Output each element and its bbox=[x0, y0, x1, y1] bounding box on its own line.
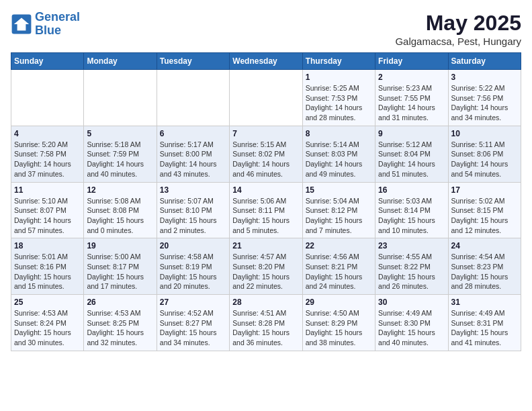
day-info: Sunrise: 5:14 AM Sunset: 8:03 PM Dayligh… bbox=[306, 140, 372, 179]
calendar-cell: 17Sunrise: 5:02 AM Sunset: 8:15 PM Dayli… bbox=[448, 182, 521, 238]
day-info: Sunrise: 4:54 AM Sunset: 8:23 PM Dayligh… bbox=[451, 252, 518, 291]
day-number: 22 bbox=[306, 241, 372, 250]
day-info: Sunrise: 4:53 AM Sunset: 8:24 PM Dayligh… bbox=[14, 308, 81, 348]
month-title: May 2025 bbox=[395, 11, 521, 36]
day-info: Sunrise: 4:56 AM Sunset: 8:21 PM Dayligh… bbox=[306, 252, 372, 291]
calendar-cell: 15Sunrise: 5:04 AM Sunset: 8:12 PM Dayli… bbox=[302, 182, 375, 238]
calendar-cell: 30Sunrise: 4:49 AM Sunset: 8:30 PM Dayli… bbox=[375, 295, 448, 351]
calendar-week-row: 25Sunrise: 4:53 AM Sunset: 8:24 PM Dayli… bbox=[11, 295, 521, 351]
calendar-cell: 13Sunrise: 5:07 AM Sunset: 8:10 PM Dayli… bbox=[157, 182, 229, 238]
calendar-week-row: 1Sunrise: 5:25 AM Sunset: 7:53 PM Daylig… bbox=[11, 70, 521, 126]
day-info: Sunrise: 5:02 AM Sunset: 8:15 PM Dayligh… bbox=[451, 196, 518, 236]
day-number: 26 bbox=[87, 298, 153, 307]
day-number: 6 bbox=[160, 129, 226, 138]
calendar-cell bbox=[11, 70, 84, 126]
calendar-cell: 1Sunrise: 5:25 AM Sunset: 7:53 PM Daylig… bbox=[302, 70, 375, 126]
day-info: Sunrise: 4:51 AM Sunset: 8:28 PM Dayligh… bbox=[232, 308, 299, 348]
calendar-cell: 26Sunrise: 4:53 AM Sunset: 8:25 PM Dayli… bbox=[84, 295, 157, 351]
day-info: Sunrise: 4:58 AM Sunset: 8:19 PM Dayligh… bbox=[160, 252, 226, 291]
day-info: Sunrise: 4:57 AM Sunset: 8:20 PM Dayligh… bbox=[232, 252, 299, 291]
calendar-cell: 29Sunrise: 4:50 AM Sunset: 8:29 PM Dayli… bbox=[302, 295, 375, 351]
day-number: 10 bbox=[451, 129, 518, 138]
day-number: 25 bbox=[14, 298, 81, 307]
calendar-week-row: 11Sunrise: 5:10 AM Sunset: 8:07 PM Dayli… bbox=[11, 182, 521, 238]
weekday-header-saturday: Saturday bbox=[448, 53, 521, 70]
calendar-cell: 18Sunrise: 5:01 AM Sunset: 8:16 PM Dayli… bbox=[11, 238, 84, 295]
day-info: Sunrise: 5:20 AM Sunset: 7:58 PM Dayligh… bbox=[14, 140, 81, 179]
day-number: 9 bbox=[378, 129, 445, 138]
day-number: 5 bbox=[87, 129, 153, 138]
logo-text: General Blue bbox=[35, 11, 80, 38]
day-info: Sunrise: 4:55 AM Sunset: 8:22 PM Dayligh… bbox=[378, 252, 445, 291]
day-number: 19 bbox=[87, 241, 153, 250]
logo-icon bbox=[11, 13, 32, 35]
calendar-cell bbox=[157, 70, 229, 126]
calendar-cell: 24Sunrise: 4:54 AM Sunset: 8:23 PM Dayli… bbox=[448, 238, 521, 295]
calendar-cell: 10Sunrise: 5:11 AM Sunset: 8:06 PM Dayli… bbox=[448, 126, 521, 182]
weekday-header-tuesday: Tuesday bbox=[157, 53, 229, 70]
day-number: 30 bbox=[378, 298, 445, 307]
day-number: 14 bbox=[232, 185, 299, 195]
calendar-cell: 31Sunrise: 4:49 AM Sunset: 8:31 PM Dayli… bbox=[448, 295, 521, 351]
day-number: 15 bbox=[306, 185, 372, 195]
weekday-header-friday: Friday bbox=[375, 53, 448, 70]
day-info: Sunrise: 4:50 AM Sunset: 8:29 PM Dayligh… bbox=[306, 308, 372, 348]
weekday-header-monday: Monday bbox=[84, 53, 157, 70]
day-number: 13 bbox=[160, 185, 226, 195]
calendar-cell bbox=[84, 70, 157, 126]
day-number: 28 bbox=[232, 298, 299, 307]
day-number: 16 bbox=[378, 185, 445, 195]
calendar-week-row: 4Sunrise: 5:20 AM Sunset: 7:58 PM Daylig… bbox=[11, 126, 521, 182]
day-number: 27 bbox=[160, 298, 226, 307]
day-info: Sunrise: 5:11 AM Sunset: 8:06 PM Dayligh… bbox=[451, 140, 518, 179]
calendar-cell: 3Sunrise: 5:22 AM Sunset: 7:56 PM Daylig… bbox=[448, 70, 521, 126]
day-info: Sunrise: 4:49 AM Sunset: 8:31 PM Dayligh… bbox=[451, 308, 518, 348]
day-info: Sunrise: 4:52 AM Sunset: 8:27 PM Dayligh… bbox=[160, 308, 226, 348]
calendar-cell: 27Sunrise: 4:52 AM Sunset: 8:27 PM Dayli… bbox=[157, 295, 229, 351]
calendar-cell: 25Sunrise: 4:53 AM Sunset: 8:24 PM Dayli… bbox=[11, 295, 84, 351]
day-info: Sunrise: 5:06 AM Sunset: 8:11 PM Dayligh… bbox=[232, 196, 299, 236]
calendar-cell bbox=[230, 70, 302, 126]
day-number: 1 bbox=[306, 73, 372, 82]
day-info: Sunrise: 5:07 AM Sunset: 8:10 PM Dayligh… bbox=[160, 196, 226, 236]
day-number: 24 bbox=[451, 241, 518, 250]
calendar-cell: 14Sunrise: 5:06 AM Sunset: 8:11 PM Dayli… bbox=[230, 182, 302, 238]
day-number: 3 bbox=[451, 73, 518, 82]
day-number: 7 bbox=[232, 129, 299, 138]
calendar-cell: 23Sunrise: 4:55 AM Sunset: 8:22 PM Dayli… bbox=[375, 238, 448, 295]
day-number: 20 bbox=[160, 241, 226, 250]
calendar-cell: 21Sunrise: 4:57 AM Sunset: 8:20 PM Dayli… bbox=[230, 238, 302, 295]
calendar-table: SundayMondayTuesdayWednesdayThursdayFrid… bbox=[11, 52, 521, 351]
day-number: 29 bbox=[306, 298, 372, 307]
day-number: 21 bbox=[232, 241, 299, 250]
calendar-cell: 11Sunrise: 5:10 AM Sunset: 8:07 PM Dayli… bbox=[11, 182, 84, 238]
day-number: 8 bbox=[306, 129, 372, 138]
day-info: Sunrise: 5:00 AM Sunset: 8:17 PM Dayligh… bbox=[87, 252, 153, 291]
day-number: 11 bbox=[14, 185, 81, 195]
calendar-cell: 8Sunrise: 5:14 AM Sunset: 8:03 PM Daylig… bbox=[302, 126, 375, 182]
calendar-cell: 6Sunrise: 5:17 AM Sunset: 8:00 PM Daylig… bbox=[157, 126, 229, 182]
day-number: 2 bbox=[378, 73, 445, 82]
calendar-cell: 9Sunrise: 5:12 AM Sunset: 8:04 PM Daylig… bbox=[375, 126, 448, 182]
day-info: Sunrise: 5:17 AM Sunset: 8:00 PM Dayligh… bbox=[160, 140, 226, 179]
calendar-cell: 5Sunrise: 5:18 AM Sunset: 7:59 PM Daylig… bbox=[84, 126, 157, 182]
calendar-cell: 28Sunrise: 4:51 AM Sunset: 8:28 PM Dayli… bbox=[230, 295, 302, 351]
calendar-cell: 4Sunrise: 5:20 AM Sunset: 7:58 PM Daylig… bbox=[11, 126, 84, 182]
calendar-week-row: 18Sunrise: 5:01 AM Sunset: 8:16 PM Dayli… bbox=[11, 238, 521, 295]
day-info: Sunrise: 5:18 AM Sunset: 7:59 PM Dayligh… bbox=[87, 140, 153, 179]
calendar-cell: 16Sunrise: 5:03 AM Sunset: 8:14 PM Dayli… bbox=[375, 182, 448, 238]
day-info: Sunrise: 5:25 AM Sunset: 7:53 PM Dayligh… bbox=[306, 83, 372, 123]
day-info: Sunrise: 4:49 AM Sunset: 8:30 PM Dayligh… bbox=[378, 308, 445, 348]
logo: General Blue bbox=[11, 11, 80, 38]
calendar-cell: 2Sunrise: 5:23 AM Sunset: 7:55 PM Daylig… bbox=[375, 70, 448, 126]
day-info: Sunrise: 5:10 AM Sunset: 8:07 PM Dayligh… bbox=[14, 196, 81, 236]
day-info: Sunrise: 5:03 AM Sunset: 8:14 PM Dayligh… bbox=[378, 196, 445, 236]
title-block: May 2025 Galgamacsa, Pest, Hungary bbox=[395, 11, 521, 47]
day-number: 18 bbox=[14, 241, 81, 250]
calendar-cell: 22Sunrise: 4:56 AM Sunset: 8:21 PM Dayli… bbox=[302, 238, 375, 295]
weekday-header-row: SundayMondayTuesdayWednesdayThursdayFrid… bbox=[11, 53, 521, 70]
calendar-cell: 20Sunrise: 4:58 AM Sunset: 8:19 PM Dayli… bbox=[157, 238, 229, 295]
weekday-header-thursday: Thursday bbox=[302, 53, 375, 70]
day-number: 4 bbox=[14, 129, 81, 138]
calendar-cell: 7Sunrise: 5:15 AM Sunset: 8:02 PM Daylig… bbox=[230, 126, 302, 182]
